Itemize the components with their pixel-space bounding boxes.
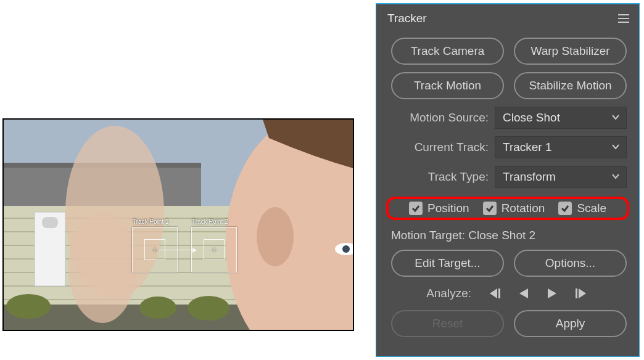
chevron-down-icon: [611, 111, 620, 125]
svg-marker-28: [579, 288, 586, 298]
options-button[interactable]: Options...: [514, 250, 627, 277]
video-preview: Track Point 1 + Track Point 2 +: [2, 118, 354, 331]
motion-target-value: Close Shot 2: [468, 229, 535, 242]
motion-source-row: Motion Source: Close Shot: [376, 103, 639, 133]
edit-target-button[interactable]: Edit Target...: [391, 250, 504, 277]
checkbox-icon: [483, 202, 497, 215]
apply-button[interactable]: Apply: [514, 310, 627, 337]
panel-title: Tracker: [387, 12, 427, 25]
checkbox-icon: [558, 202, 572, 215]
svg-rect-12: [42, 217, 58, 228]
svg-rect-27: [576, 288, 577, 298]
panel-header: Tracker: [376, 8, 639, 34]
track-camera-button[interactable]: Track Camera: [391, 38, 504, 65]
current-track-dropdown[interactable]: Tracker 1: [495, 136, 627, 158]
analyze-transport: [487, 287, 588, 300]
rotation-checkbox[interactable]: Rotation: [483, 202, 545, 215]
button-row-3: Edit Target... Options...: [376, 246, 639, 280]
svg-rect-24: [498, 288, 500, 298]
button-row-1: Track Camera Warp Stabilizer: [376, 34, 639, 68]
step-forward-button[interactable]: [575, 287, 588, 300]
button-row-4: Reset Apply: [376, 306, 639, 341]
svg-point-14: [6, 294, 51, 319]
track-type-label: Track Type:: [391, 170, 495, 184]
warp-stabilizer-button[interactable]: Warp Stabilizer: [514, 38, 627, 65]
crosshair-icon: +: [212, 245, 217, 255]
svg-marker-23: [490, 288, 497, 298]
motion-target-label: Motion Target:: [391, 229, 465, 242]
transform-checkboxes-highlight: Position Rotation Scale: [386, 197, 629, 220]
reset-button: Reset: [391, 310, 504, 337]
chevron-down-icon: [611, 170, 620, 184]
scene: Track Point 1 + Track Point 2 +: [4, 120, 353, 330]
scale-checkbox[interactable]: Scale: [558, 202, 606, 215]
current-track-row: Current Track: Tracker 1: [376, 133, 639, 162]
checkbox-icon: [409, 202, 423, 215]
stabilize-motion-button[interactable]: Stabilize Motion: [514, 72, 627, 99]
track-point-label: Track Point 1: [133, 218, 169, 225]
button-row-2: Track Motion Stabilize Motion: [376, 68, 639, 103]
rotation-label: Rotation: [502, 202, 545, 215]
step-back-button[interactable]: [487, 287, 501, 300]
analyze-row: Analyze:: [376, 280, 639, 306]
track-type-value: Transform: [503, 170, 556, 184]
track-point-2[interactable]: Track Point 2 +: [191, 227, 237, 272]
position-checkbox[interactable]: Position: [409, 202, 469, 215]
track-motion-button[interactable]: Track Motion: [391, 72, 504, 99]
scene-illustration: [4, 120, 354, 331]
track-type-dropdown[interactable]: Transform: [495, 166, 627, 188]
svg-point-22: [342, 245, 350, 253]
play-forward-button[interactable]: [547, 287, 558, 300]
analyze-label: Analyze:: [391, 287, 471, 300]
scale-label: Scale: [577, 202, 606, 215]
track-point-inner: +: [204, 239, 225, 260]
svg-point-20: [68, 212, 136, 323]
motion-target-row: Motion Target: Close Shot 2: [376, 225, 639, 246]
track-point-link: [159, 250, 196, 250]
crosshair-icon: +: [152, 245, 157, 255]
tracker-panel: Tracker Track Camera Warp Stabilizer Tra…: [376, 3, 640, 357]
play-back-button[interactable]: [518, 287, 529, 300]
motion-source-dropdown[interactable]: Close Shot: [495, 107, 627, 129]
motion-source-label: Motion Source:: [391, 111, 495, 125]
panel-menu-icon[interactable]: [618, 14, 629, 23]
chevron-down-icon: [611, 141, 620, 154]
svg-point-15: [139, 297, 176, 319]
svg-point-18: [257, 207, 294, 266]
current-track-value: Tracker 1: [503, 141, 552, 154]
svg-point-16: [188, 296, 229, 321]
svg-marker-25: [519, 288, 528, 298]
position-label: Position: [427, 202, 469, 215]
track-type-row: Track Type: Transform: [376, 162, 639, 192]
svg-marker-26: [548, 288, 556, 298]
current-track-label: Current Track:: [391, 141, 495, 154]
track-point-label: Track Point 2: [192, 218, 228, 225]
motion-source-value: Close Shot: [503, 111, 560, 125]
